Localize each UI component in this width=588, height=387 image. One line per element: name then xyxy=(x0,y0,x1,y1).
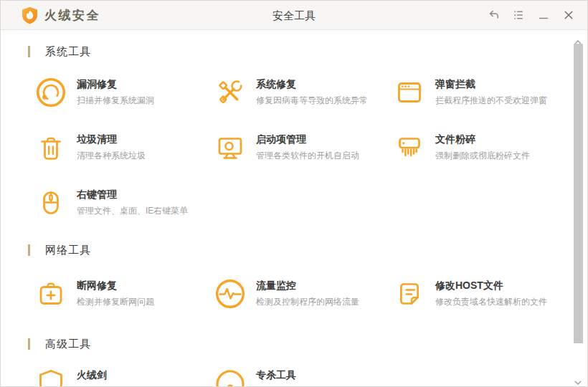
tool-desc: 清理各种系统垃圾 xyxy=(77,150,146,162)
tool-title: 文件粉碎 xyxy=(435,133,530,145)
tool-desc: 修改负责域名快速解析的文件 xyxy=(435,296,547,308)
tool-desc: 强制删除或彻底粉碎文件 xyxy=(435,150,530,162)
trash-can-icon xyxy=(35,132,67,163)
tool-system-repair[interactable]: 系统修复 修复因病毒等导致的系统异常 xyxy=(214,77,394,108)
shredder-icon xyxy=(394,132,425,163)
titlebar: 火绒安全 安全工具 xyxy=(1,1,587,30)
section-header-system-tools: 系统工具 xyxy=(28,44,91,59)
tool-title: 弹窗拦截 xyxy=(435,78,547,90)
pulse-circle-icon xyxy=(214,278,246,310)
tool-startup-manager[interactable]: 启动项管理 管理各类软件的开机自启动 xyxy=(214,132,394,163)
monitor-startup-icon xyxy=(214,132,246,163)
app-window: 火绒安全 安全工具 xyxy=(0,0,588,387)
close-button[interactable] xyxy=(560,6,577,24)
tool-junk-cleaner[interactable]: 垃圾清理 清理各种系统垃圾 xyxy=(35,132,214,163)
tool-title: 流量监控 xyxy=(256,280,359,292)
section-accent-bar xyxy=(28,338,30,350)
close-icon xyxy=(561,8,576,22)
tool-desc: 管理文件、桌面、IE右键菜单 xyxy=(77,205,188,217)
popup-window-icon xyxy=(394,77,425,108)
tool-title: 断网修复 xyxy=(77,280,154,292)
window-controls xyxy=(477,1,577,29)
first-aid-kit-icon xyxy=(35,278,67,310)
tool-title: 系统修复 xyxy=(256,78,368,90)
tool-context-menu-manager[interactable]: 右键管理 管理文件、桌面、IE右键菜单 xyxy=(35,187,214,219)
tool-special-kill[interactable]: 专杀工具 xyxy=(214,368,394,386)
section-title: 网络工具 xyxy=(45,244,91,257)
scrollbar-down-arrow[interactable] xyxy=(574,375,582,386)
section-accent-bar xyxy=(28,46,30,57)
section-title: 系统工具 xyxy=(45,45,91,59)
tool-desc: 检测及控制程序的网络流量 xyxy=(256,296,359,308)
advanced-tools-grid: 火绒剑 专杀工具 xyxy=(35,368,573,386)
scrollbar-thumb[interactable] xyxy=(574,44,583,343)
tool-huorong-sword[interactable]: 火绒剑 xyxy=(35,368,214,386)
shield-sword-icon xyxy=(35,368,67,386)
tool-title: 垃圾清理 xyxy=(77,133,146,145)
tool-title: 启动项管理 xyxy=(256,133,359,145)
section-header-advanced-tools: 高级工具 xyxy=(28,337,91,351)
tool-desc: 管理各类软件的开机自启动 xyxy=(256,150,359,162)
tool-desc: 扫描并修复系统漏洞 xyxy=(77,95,154,107)
tool-title: 火绒剑 xyxy=(77,369,107,381)
back-arrow-icon xyxy=(486,8,501,22)
tool-file-shredder[interactable]: 文件粉碎 强制删除或彻底粉碎文件 xyxy=(394,132,573,163)
tools-page: 系统工具 漏洞修复 扫描并修复系统漏洞 xyxy=(1,30,587,386)
target-circle-icon xyxy=(214,368,246,386)
network-tools-grid: 断网修复 检测并修复断网问题 流量监控 检测及控制程序的网络流量 xyxy=(35,278,573,310)
tool-host-file-editor[interactable]: 修改HOST文件 修改负责域名快速解析的文件 xyxy=(394,278,573,310)
menu-button[interactable] xyxy=(510,6,527,24)
tool-desc: 检测并修复断网问题 xyxy=(77,296,154,308)
document-icon xyxy=(394,278,425,310)
mouse-icon xyxy=(35,187,67,219)
tool-title: 漏洞修复 xyxy=(77,78,154,90)
back-button[interactable] xyxy=(485,6,502,24)
tool-traffic-monitor[interactable]: 流量监控 检测及控制程序的网络流量 xyxy=(214,278,394,310)
system-tools-grid: 漏洞修复 扫描并修复系统漏洞 系统修复 xyxy=(35,77,573,219)
minimize-icon xyxy=(536,8,551,22)
section-header-network-tools: 网络工具 xyxy=(28,243,91,257)
tool-title: 修改HOST文件 xyxy=(435,280,547,292)
tool-desc: 拦截程序推送的不受欢迎弹窗 xyxy=(435,95,547,107)
vulnerability-scan-icon xyxy=(35,77,67,108)
tool-desc: 修复因病毒等导致的系统异常 xyxy=(256,95,368,107)
section-accent-bar xyxy=(28,244,30,256)
tool-network-repair[interactable]: 断网修复 检测并修复断网问题 xyxy=(35,278,214,310)
tool-popup-blocker[interactable]: 弹窗拦截 拦截程序推送的不受欢迎弹窗 xyxy=(394,77,573,108)
menu-list-icon xyxy=(511,8,526,22)
system-repair-icon xyxy=(214,77,246,108)
tool-vulnerability-fix[interactable]: 漏洞修复 扫描并修复系统漏洞 xyxy=(35,77,214,108)
tool-title: 专杀工具 xyxy=(256,369,296,381)
section-title: 高级工具 xyxy=(45,338,91,351)
minimize-button[interactable] xyxy=(535,6,552,24)
tool-title: 右键管理 xyxy=(77,188,188,201)
